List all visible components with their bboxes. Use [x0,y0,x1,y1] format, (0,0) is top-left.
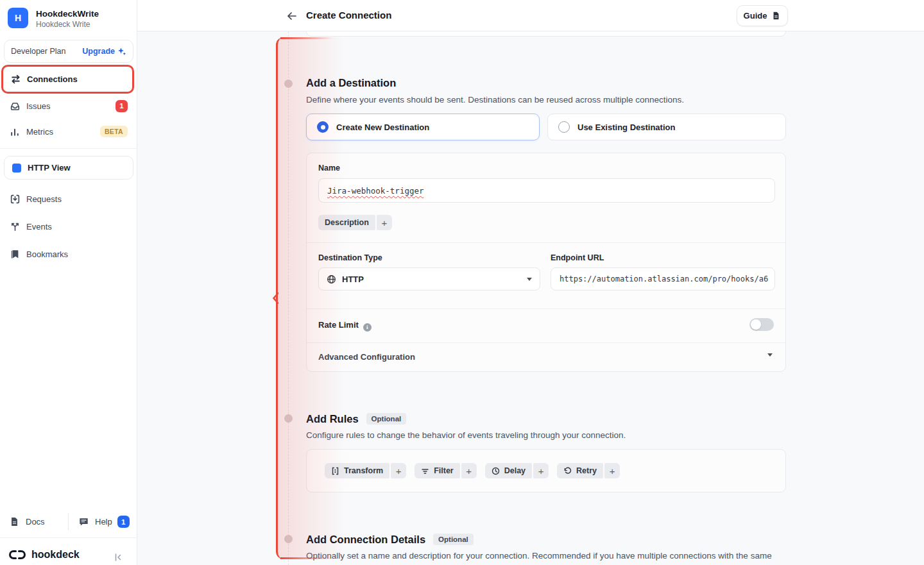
previous-section-card-edge [306,31,786,37]
footer-divider [68,513,69,530]
create-connection-form: Add a Destination Define where your even… [137,31,924,565]
blue-square-icon [12,164,21,173]
sidebar-item-label: Bookmarks [26,249,68,259]
details-heading-text: Add Connection Details [306,534,425,545]
use-existing-destination-option[interactable]: Use Existing Destination [547,114,786,140]
sidebar-item-metrics[interactable]: Metrics BETA [0,120,137,143]
create-new-destination-option[interactable]: Create New Destination [306,114,540,140]
retry-icon [563,467,572,475]
sidebar-item-label: Metrics [26,127,53,137]
option-label: Create New Destination [336,122,429,132]
timeline-dot [284,535,293,543]
request-inbox-icon [10,194,21,205]
radio-selected-icon [317,121,329,133]
option-label: Use Existing Destination [578,122,675,132]
sparkles-icon [117,47,126,56]
description-chip[interactable]: Description [318,215,375,230]
hookdeck-mark-icon [8,548,27,561]
name-input[interactable]: Jira-webhook-trigger [318,178,775,203]
filter-rule-group: Filter + [415,463,477,478]
sidebar: H HookdeckWrite Hookdeck Write Developer… [0,0,137,565]
sidebar-item-label: Events [26,222,52,232]
destination-mode-options: Create New Destination Use Existing Dest… [306,114,786,140]
sidebar-item-requests[interactable]: Requests [0,187,137,210]
timeline-dot [284,80,293,88]
sidebar-divider [0,148,137,149]
sidebar-item-label: Issues [26,101,51,111]
http-view-label: HTTP View [28,163,71,173]
transform-chip[interactable]: Transform [325,463,389,478]
advanced-configuration-label: Advanced Configuration [318,352,415,362]
add-description-button[interactable]: + [377,215,392,230]
timeline-dashed-line [288,31,289,565]
filter-chip[interactable]: Filter [415,463,460,478]
swap-arrows-icon [10,74,21,85]
retry-chip[interactable]: Retry [557,463,603,478]
upgrade-link[interactable]: Upgrade [82,47,126,56]
advanced-configuration-toggle[interactable] [767,357,773,368]
clock-icon [492,467,500,475]
rules-section-subheading: Configure rules to change the behavior o… [306,429,786,441]
add-retry-button[interactable]: + [604,463,620,478]
http-view-selector[interactable]: HTTP View [4,156,133,180]
workspace-avatar[interactable]: H [8,8,28,28]
add-transform-button[interactable]: + [391,463,406,478]
sidebar-item-events[interactable]: Events [0,215,137,238]
docs-link[interactable]: Docs [9,511,45,532]
details-section-heading: Add Connection DetailsOptional [306,534,474,546]
back-button[interactable] [286,10,298,22]
help-link[interactable]: Help 1 [78,511,130,532]
workspace-subtitle: Hookdeck Write [36,20,90,29]
sidebar-item-label: Requests [26,194,62,204]
guide-label: Guide [744,11,767,21]
destination-type-select[interactable]: HTTP [318,267,540,291]
add-delay-button[interactable]: + [533,463,549,478]
timeline-dot [284,414,293,423]
transform-rule-group: Transform + [325,463,406,478]
inbox-icon [10,101,21,112]
optional-badge: Optional [366,413,407,425]
info-icon[interactable]: i [363,323,372,332]
collapse-sidebar-button[interactable] [113,546,123,565]
delay-rule-group: Delay + [485,463,549,478]
chip-label: Filter [434,466,454,475]
sidebar-item-issues[interactable]: Issues 1 [0,94,137,117]
optional-badge: Optional [433,534,474,545]
sidebar-item-bookmarks[interactable]: Bookmarks [0,242,137,266]
sidebar-item-connections[interactable]: Connections [1,65,134,94]
endpoint-url-label: Endpoint URL [551,253,604,262]
chevron-down-icon [527,278,532,281]
brand-name: hookdeck [31,549,80,561]
endpoint-url-value: https://automation.atlassian.com/pro/hoo… [560,274,768,283]
help-count-badge: 1 [117,516,130,528]
add-filter-button[interactable]: + [461,463,477,478]
guide-button[interactable]: Guide [737,5,788,26]
workspace-title: HookdeckWrite [36,9,99,19]
chip-label: Delay [504,466,526,475]
card-divider [307,342,785,343]
sidebar-divider [0,537,137,538]
destination-section-heading: Add a Destination [306,77,396,89]
details-section-subheading: Optionally set a name and description fo… [306,550,786,565]
bookmark-icon [10,249,21,260]
rules-heading-text: Add Rules [306,413,359,425]
filter-icon [421,467,429,475]
transform-icon [331,467,339,475]
destination-type-label: Destination Type [318,253,382,262]
destination-type-value: HTTP [342,274,364,284]
help-label: Help [95,517,112,527]
plan-label: Developer Plan [11,47,65,56]
endpoint-url-input[interactable]: https://automation.atlassian.com/pro/hoo… [551,267,775,291]
upgrade-label: Upgrade [82,47,115,56]
brand-logo: hookdeck [8,544,80,565]
chat-icon [78,516,89,527]
rate-limit-toggle[interactable] [749,318,774,331]
description-add-control: Description + [318,215,392,230]
delay-chip[interactable]: Delay [485,463,532,478]
chip-label: Retry [576,466,597,475]
page-header: Create Connection Guide [137,0,924,31]
name-label: Name [318,164,340,173]
radio-unselected-icon [558,121,570,133]
rate-limit-label-text: Rate Limit [318,320,359,330]
name-value: Jira-webhook-trigger [327,186,424,196]
